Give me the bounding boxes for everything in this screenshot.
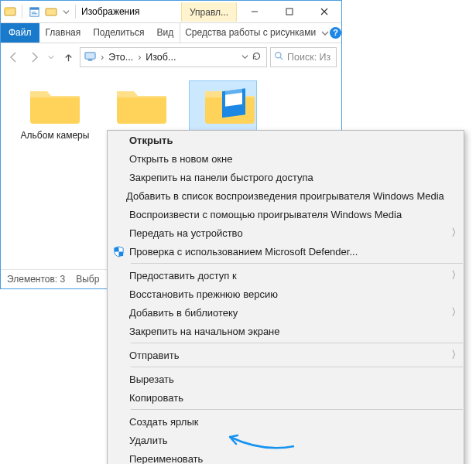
folder-item-camera-roll[interactable]: Альбом камеры <box>15 84 95 141</box>
nav-forward-button[interactable] <box>26 49 43 66</box>
tab-picture-tools[interactable]: Средства работы с рисунками <box>180 23 320 43</box>
status-item-count: Элементов: 3 <box>7 274 65 285</box>
help-button[interactable]: ? <box>330 23 341 43</box>
svg-rect-3 <box>29 7 38 9</box>
app-icon[interactable] <box>2 3 18 20</box>
tab-home[interactable]: Главная <box>39 23 87 43</box>
menu-send-to[interactable]: Отправить〉 <box>108 346 464 364</box>
menu-copy[interactable]: Копировать <box>108 388 464 407</box>
menu-separator <box>131 409 463 410</box>
svg-rect-6 <box>46 9 57 15</box>
minimize-button[interactable] <box>237 1 272 23</box>
properties-icon[interactable] <box>26 3 42 20</box>
ribbon-expand-chevron-icon[interactable] <box>320 23 330 43</box>
menu-create-shortcut[interactable]: Создать ярлык <box>108 412 464 431</box>
svg-line-14 <box>280 57 283 60</box>
svg-rect-12 <box>88 60 93 60</box>
title-bar: Изображения Управл... <box>1 1 341 23</box>
tab-file[interactable]: Файл <box>1 23 39 43</box>
new-folder-icon[interactable] <box>43 3 59 20</box>
svg-rect-11 <box>85 53 95 59</box>
address-chevron-down-icon[interactable] <box>241 52 248 63</box>
svg-rect-1 <box>5 8 9 10</box>
help-icon: ? <box>330 27 341 39</box>
context-menu: Открыть Открыть в новом окне Закрепить н… <box>107 130 464 464</box>
menu-add-wmp-playlist[interactable]: Добавить в список воспроизведения проигр… <box>108 186 464 205</box>
search-placeholder: Поиск: Из <box>287 52 330 63</box>
window-controls <box>237 1 341 23</box>
svg-rect-18 <box>114 247 118 251</box>
folder-label: Альбом камеры <box>21 130 90 141</box>
nav-recent-chevron-icon[interactable] <box>46 49 57 66</box>
tab-share[interactable]: Поделиться <box>87 23 150 43</box>
menu-delete[interactable]: Удалить <box>108 431 464 449</box>
qat-chevron-down-icon[interactable] <box>60 3 71 20</box>
ribbon-tabs: Файл Главная Поделиться Вид Средства раб… <box>1 23 341 43</box>
menu-cut[interactable]: Вырезать <box>108 370 464 388</box>
maximize-button[interactable] <box>272 1 306 23</box>
svg-rect-19 <box>118 251 123 256</box>
nav-back-button[interactable] <box>5 49 22 66</box>
folder-thumbnail-icon <box>202 84 258 127</box>
svg-rect-5 <box>31 13 37 14</box>
defender-shield-icon <box>108 246 129 258</box>
menu-separator <box>131 263 463 264</box>
svg-rect-4 <box>31 12 36 12</box>
submenu-arrow-icon: 〉 <box>448 268 464 282</box>
submenu-arrow-icon: 〉 <box>448 305 464 319</box>
search-icon <box>274 51 284 63</box>
breadcrumb-segment[interactable]: Это... <box>106 52 135 63</box>
status-selection: Выбр <box>76 274 99 285</box>
chevron-right-icon[interactable]: › <box>98 52 106 63</box>
svg-point-13 <box>276 53 281 58</box>
folder-item-selected[interactable] <box>190 84 270 127</box>
chevron-right-icon[interactable]: › <box>135 52 143 63</box>
menu-cast-to-device[interactable]: Передать на устройство〉 <box>108 223 464 242</box>
quick-access-toolbar <box>1 3 73 20</box>
search-input[interactable]: Поиск: Из <box>270 47 337 67</box>
menu-pin-quick-access[interactable]: Закрепить на панели быстрого доступа <box>108 168 464 186</box>
menu-rename[interactable]: Переименовать <box>108 449 464 464</box>
submenu-arrow-icon: 〉 <box>448 226 464 240</box>
tab-view[interactable]: Вид <box>150 23 180 43</box>
nav-up-button[interactable] <box>60 49 77 66</box>
folder-icon <box>27 84 83 127</box>
menu-separator <box>131 343 463 343</box>
contextual-tab-header[interactable]: Управл... <box>181 2 237 22</box>
menu-defender-scan[interactable]: Проверка с использованием Microsoft Defe… <box>108 242 464 261</box>
refresh-icon[interactable] <box>252 51 262 63</box>
navigation-bar: › Это... › Изоб... Поиск: Из <box>1 43 341 71</box>
close-button[interactable] <box>306 1 341 23</box>
window-title: Изображения <box>78 6 181 17</box>
folder-icon <box>114 84 170 127</box>
menu-restore-previous[interactable]: Восстановить прежнюю версию <box>108 285 464 303</box>
menu-open-new-window[interactable]: Открыть в новом окне <box>108 149 464 168</box>
menu-play-wmp[interactable]: Воспроизвести с помощью проигрывателя Wi… <box>108 205 464 223</box>
menu-add-to-library[interactable]: Добавить в библиотеку〉 <box>108 303 464 322</box>
menu-separator <box>131 367 463 367</box>
submenu-arrow-icon: 〉 <box>448 348 464 362</box>
menu-pin-to-start[interactable]: Закрепить на начальном экране <box>108 322 464 340</box>
menu-open[interactable]: Открыть <box>108 131 464 149</box>
address-bar[interactable]: › Это... › Изоб... <box>80 47 267 67</box>
pc-icon <box>82 50 98 64</box>
svg-rect-8 <box>286 9 293 15</box>
breadcrumb-segment[interactable]: Изоб... <box>143 52 178 63</box>
menu-give-access[interactable]: Предоставить доступ к〉 <box>108 266 464 285</box>
